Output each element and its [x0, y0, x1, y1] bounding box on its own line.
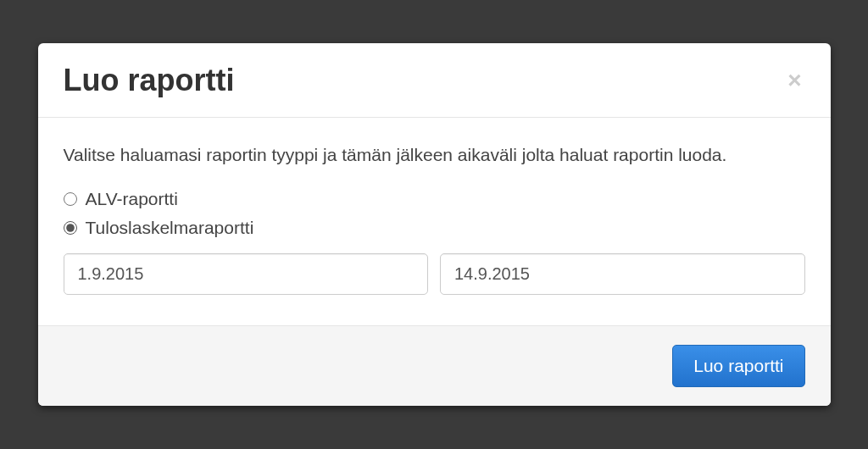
modal-body: Valitse haluamasi raportin tyyppi ja täm… [38, 118, 831, 325]
report-type-radio-group: ALV-raportti Tuloslaskelmaraportti [64, 189, 805, 238]
instructions-text: Valitse haluamasi raportin tyyppi ja täm… [64, 141, 805, 169]
modal-footer: Luo raportti [38, 325, 831, 406]
create-report-button[interactable]: Luo raportti [672, 345, 804, 387]
modal-header: Luo raportti × [38, 43, 831, 118]
radio-alv-input[interactable] [64, 192, 77, 206]
date-range-row [64, 253, 805, 295]
end-date-input[interactable] [440, 253, 805, 295]
start-date-input[interactable] [64, 253, 429, 295]
modal-title: Luo raportti [64, 62, 235, 98]
radio-tuloslaskelma[interactable]: Tuloslaskelmaraportti [64, 218, 805, 238]
radio-alv-label: ALV-raportti [86, 189, 178, 209]
close-icon[interactable]: × [784, 69, 804, 92]
radio-tulos-input[interactable] [64, 221, 77, 235]
radio-alv-raportti[interactable]: ALV-raportti [64, 189, 805, 209]
create-report-modal: Luo raportti × Valitse haluamasi raporti… [38, 43, 831, 406]
radio-tulos-label: Tuloslaskelmaraportti [86, 218, 254, 238]
